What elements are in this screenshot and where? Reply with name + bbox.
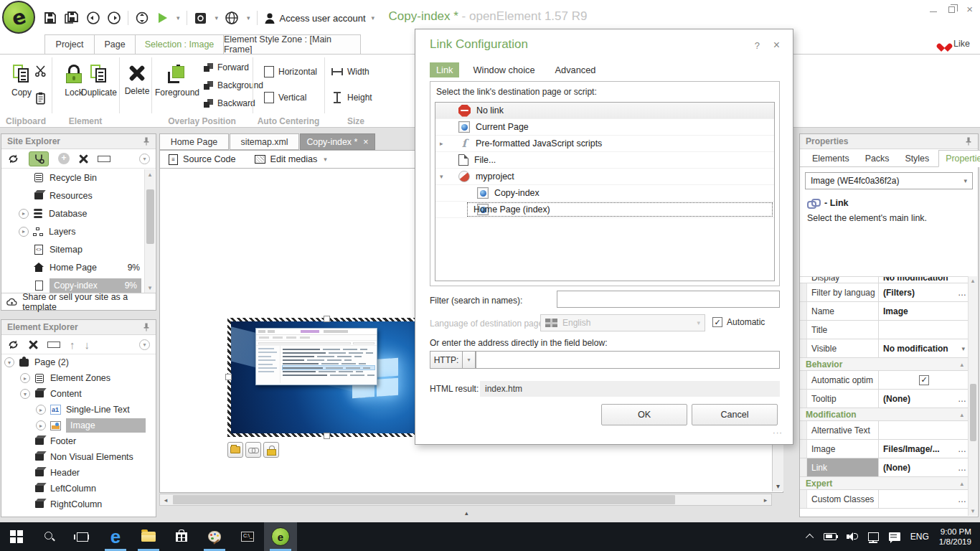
section-modification[interactable]: Modification ▴	[800, 408, 969, 421]
property-row-image[interactable]: Image Files/Image/... …	[800, 440, 969, 458]
checkbox-checked[interactable]: ✓	[712, 317, 722, 327]
backward-button[interactable]: Backward	[204, 96, 263, 110]
horizontal-centering-button[interactable]: Horizontal	[264, 65, 317, 79]
site-item-resources[interactable]: Resources	[1, 187, 156, 204]
property-row-title[interactable]: Title	[800, 321, 969, 339]
cut-icon[interactable]	[34, 65, 47, 77]
site-item-home-page[interactable]: Home Page 9%	[1, 258, 156, 276]
save-icon[interactable]	[43, 11, 57, 25]
property-row-custom-classes[interactable]: Custom Classes …	[800, 490, 969, 509]
preview-play-button[interactable]	[156, 11, 169, 24]
resize-handle-left[interactable]	[225, 374, 232, 380]
diagnostics-button[interactable]	[29, 151, 49, 166]
minimize-icon[interactable]	[930, 6, 937, 12]
ellipsis-button[interactable]: …	[955, 440, 969, 458]
move-up-icon[interactable]: ↑	[70, 339, 75, 351]
list-item-copy-index[interactable]: Copy-index	[435, 185, 774, 202]
automatic-checkbox-group[interactable]: ✓ Automatic	[712, 317, 765, 327]
refresh-icon[interactable]	[135, 11, 149, 25]
tab-element-style-zone[interactable]: Element Style Zone : [Main Frame]	[223, 34, 361, 54]
expand-icon[interactable]: ▸	[19, 209, 29, 219]
element-item-rightcolumn[interactable]: RightColumn	[1, 496, 156, 512]
export-caret-icon[interactable]: ▾	[215, 14, 219, 22]
list-item-preformatted-scripts[interactable]: ▸ ſ Pre-formatted JavaScript scripts	[435, 136, 774, 152]
collapse-icon[interactable]: ▾	[4, 357, 14, 367]
like-button[interactable]: Like	[940, 39, 970, 49]
site-item-layers[interactable]: ▸ Layers	[1, 222, 156, 240]
section-behavior[interactable]: Behavior ▴	[800, 358, 969, 371]
image-lock-button[interactable]	[263, 442, 279, 458]
canvas-horizontal-scrollbar[interactable]: ◂ ▸	[159, 494, 772, 506]
tab-elements[interactable]: Elements	[806, 151, 856, 166]
move-down-icon[interactable]: ↓	[85, 339, 90, 351]
element-item-content[interactable]: ▾ Content	[1, 386, 156, 402]
redo-icon[interactable]	[107, 11, 121, 25]
site-tree-scrollbar[interactable]: ▴ ▾	[144, 169, 155, 293]
panel-collapse-arrow[interactable]: ▴	[465, 509, 468, 517]
panel-menu-icon[interactable]: ▾	[139, 339, 150, 350]
expand-icon[interactable]: ▸	[20, 373, 30, 383]
ellipsis-button[interactable]: …	[955, 283, 969, 301]
add-page-icon[interactable]: +	[58, 153, 70, 164]
address-input[interactable]	[476, 351, 780, 369]
expand-icon[interactable]: ▸	[36, 405, 46, 415]
ellipsis-button[interactable]: …	[955, 458, 969, 476]
ellipsis-button[interactable]: …	[955, 390, 969, 408]
pin-icon[interactable]	[143, 323, 150, 331]
export-box-button[interactable]	[194, 11, 207, 25]
tab-selection-image[interactable]: Selection : Image	[135, 34, 224, 54]
property-row-link[interactable]: Link (None) …	[800, 458, 969, 477]
clock[interactable]: 9:00 PM 1/8/2019	[939, 527, 971, 547]
protocol-dropdown[interactable]: HTTP: ▾	[430, 351, 476, 369]
delete-page-icon[interactable]	[79, 154, 88, 164]
dialog-tab-window-choice[interactable]: Window choice	[466, 62, 541, 77]
ok-button[interactable]: OK	[601, 404, 687, 425]
tab-close-icon[interactable]: ×	[363, 137, 368, 147]
volume-icon[interactable]	[847, 532, 858, 541]
collapse-icon[interactable]: ▴	[960, 411, 963, 418]
scrollbar-thumb[interactable]	[173, 495, 675, 504]
property-row-display[interactable]: Display No modification	[800, 277, 969, 283]
refresh-tree-icon[interactable]	[7, 339, 19, 351]
expand-icon[interactable]: ▸	[19, 227, 29, 237]
resize-grip[interactable]: ···	[773, 428, 783, 437]
tab-styles[interactable]: Styles	[898, 151, 936, 166]
taskbar-cmd-button[interactable]: C:\_	[231, 522, 264, 551]
expand-icon[interactable]: ▸	[440, 140, 448, 147]
list-item-no-link[interactable]: No link	[435, 103, 774, 119]
cancel-button[interactable]: Cancel	[692, 404, 778, 425]
tray-expand-icon[interactable]	[806, 534, 814, 542]
doc-tab-sitemap[interactable]: sitemap.xml	[230, 133, 299, 150]
dialog-tab-advanced[interactable]: Advanced	[549, 62, 603, 77]
property-row-tooltip[interactable]: Tooltip (None) …	[800, 390, 969, 408]
element-selector-dropdown[interactable]: Image (WE4fc0a36f2a) ▾	[805, 172, 973, 189]
pin-icon[interactable]	[143, 137, 150, 146]
selected-image-element[interactable]	[227, 318, 427, 437]
element-item-footer[interactable]: Footer	[1, 433, 156, 449]
element-item-image[interactable]: ▸ Image	[1, 418, 156, 433]
taskbar-paint-button[interactable]	[198, 522, 231, 551]
dialog-tab-link[interactable]: Link	[430, 62, 459, 77]
resize-handle-bottom[interactable]	[324, 433, 330, 439]
start-button[interactable]	[0, 522, 33, 551]
collapse-icon[interactable]: ▾	[20, 389, 30, 399]
property-row-visible[interactable]: Visible No modification▾	[800, 339, 969, 358]
share-template-button[interactable]: Share or sell your site as a template	[1, 293, 156, 310]
list-item-file[interactable]: File...	[435, 152, 774, 169]
element-item-page[interactable]: ▾ Page (2)	[1, 354, 156, 370]
battery-icon[interactable]	[824, 533, 837, 540]
delete-element-icon[interactable]	[29, 340, 38, 349]
resize-handle-top[interactable]	[324, 316, 330, 322]
browser-globe-button[interactable]	[225, 11, 239, 25]
list-item-home-page-index[interactable]: Home Page (index)	[435, 202, 774, 218]
property-row-filter-by-language[interactable]: Filter by languag (Filters) …	[800, 283, 969, 302]
preview-caret-icon[interactable]: ▾	[176, 14, 180, 22]
dialog-close-icon[interactable]: ×	[773, 39, 780, 52]
restore-icon[interactable]	[948, 6, 955, 13]
browser-caret-icon[interactable]: ▾	[247, 14, 250, 22]
property-row-automatic-optimization[interactable]: Automatic optim ✓	[800, 371, 969, 390]
scrollbar-thumb[interactable]	[970, 384, 976, 441]
delete-button[interactable]: Delete	[121, 59, 154, 113]
width-field-label[interactable]: Width	[331, 65, 372, 79]
taskbar-file-explorer-button[interactable]	[132, 522, 165, 551]
